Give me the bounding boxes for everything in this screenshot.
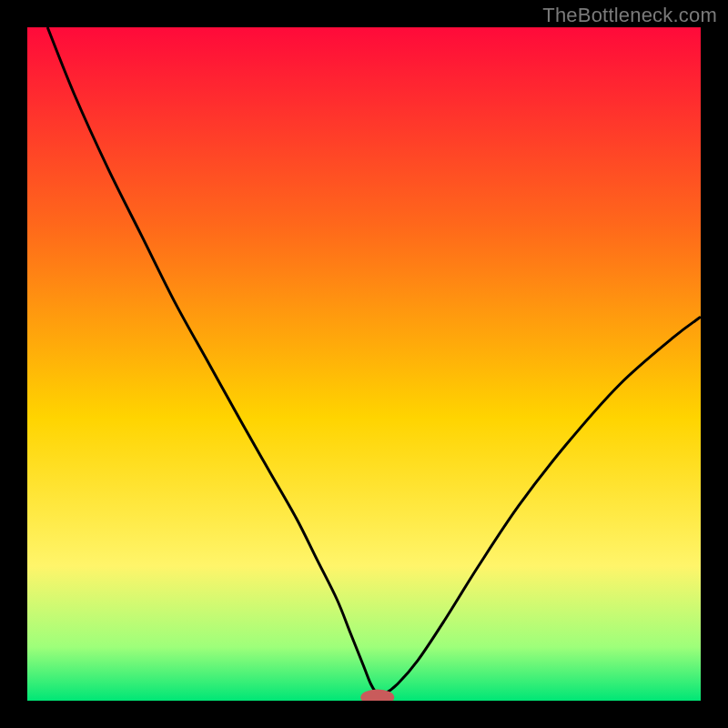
gradient-background [27,27,701,701]
bottleneck-plot [0,0,728,728]
chart-frame: { "watermark": "TheBottleneck.com", "col… [0,0,728,728]
optimal-point-marker [360,689,394,705]
watermark-text: TheBottleneck.com [542,4,717,27]
